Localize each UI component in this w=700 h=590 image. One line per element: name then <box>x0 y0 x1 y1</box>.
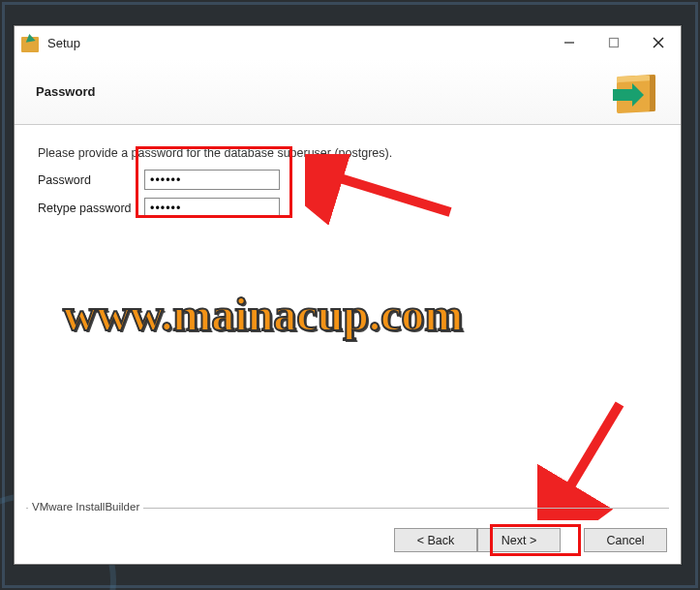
window-controls <box>547 26 681 59</box>
wizard-content: Please provide a password for the databa… <box>15 125 681 512</box>
back-button[interactable]: < Back <box>394 528 477 552</box>
password-label: Password <box>38 173 144 187</box>
svg-rect-1 <box>610 39 619 47</box>
password-row: Password <box>38 170 657 190</box>
titlebar: Setup <box>15 26 681 59</box>
setup-window: Setup Password Please provide a password… <box>14 25 682 565</box>
retype-password-label: Retype password <box>38 202 144 215</box>
annotation-arrow-to-passwords <box>305 154 460 232</box>
cancel-button[interactable]: Cancel <box>584 528 667 552</box>
retype-password-input[interactable] <box>144 198 280 218</box>
close-button[interactable] <box>636 26 681 59</box>
window-title: Setup <box>47 36 547 50</box>
page-title: Password <box>36 84 95 99</box>
maximize-button[interactable] <box>592 26 636 59</box>
instruction-text: Please provide a password for the databa… <box>38 146 657 160</box>
app-icon <box>20 33 40 52</box>
wizard-header: Password <box>15 59 681 125</box>
next-button[interactable]: Next > <box>477 528 561 552</box>
wizard-buttons: < Back Next > Cancel <box>394 528 667 552</box>
footer-groupbox: VMware InstallBuilder <box>26 508 669 515</box>
footer-group-label: VMware InstallBuilder <box>28 501 143 512</box>
minimize-button[interactable] <box>547 26 592 59</box>
password-input[interactable] <box>144 170 280 190</box>
retype-password-row: Retype password <box>38 198 657 218</box>
installer-box-icon <box>611 68 659 116</box>
